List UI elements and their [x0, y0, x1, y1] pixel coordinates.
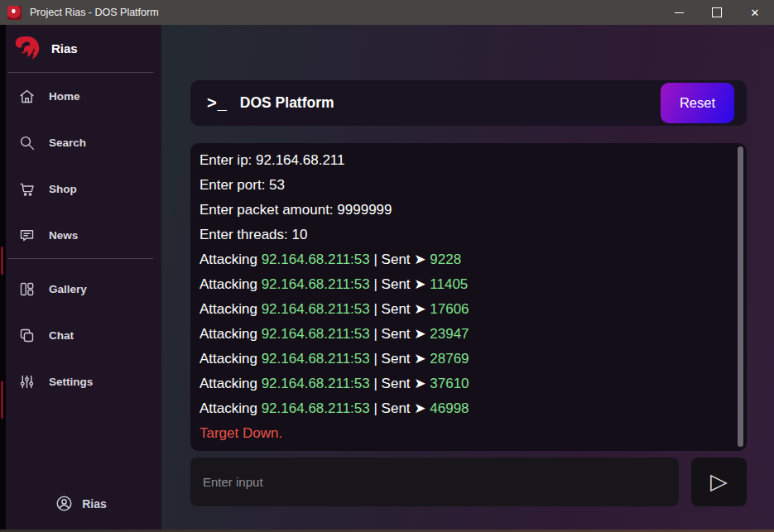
- minimize-icon: [675, 12, 684, 13]
- user-name: Rias: [82, 497, 107, 510]
- brand-row: Rias: [0, 25, 161, 72]
- window-body: Rias HomeSearchShopNews GalleryChatSetti…: [0, 25, 774, 532]
- sidebar-item-label: Settings: [49, 376, 93, 388]
- app-icon: [7, 6, 22, 20]
- console-prompt-line: Enter ip: 92.164.68.211: [200, 148, 727, 173]
- app-window: Project Rias - DOS Platform ✕ Rias HomeS…: [0, 0, 774, 532]
- sidebar-divider: [8, 258, 153, 259]
- console-attack-line: Attacking 92.164.68.211:53 | Sent ➤ 9228: [200, 247, 727, 272]
- news-icon: [18, 227, 36, 244]
- rias-logo-icon: [12, 34, 42, 64]
- sidebar-item-label: Shop: [49, 183, 77, 195]
- maximize-icon: [712, 7, 722, 17]
- console-prompt-line: Enter threads: 10: [200, 223, 727, 247]
- console-attack-line: Attacking 92.164.68.211:53 | Sent ➤ 1140…: [200, 272, 727, 297]
- console-prompt-line: Enter port: 53: [200, 173, 727, 198]
- sidebar-item-news[interactable]: News: [0, 212, 161, 258]
- cart-icon: [18, 180, 36, 198]
- send-icon: ▷: [710, 468, 728, 495]
- titlebar: Project Rias - DOS Platform ✕: [0, 0, 774, 25]
- sidebar-item-settings[interactable]: Settings: [0, 358, 161, 405]
- command-input[interactable]: [190, 458, 679, 506]
- console-attack-line: Attacking 92.164.68.211:53 | Sent ➤ 3761…: [200, 371, 727, 396]
- console-attack-line: Attacking 92.164.68.211:53 | Sent ➤ 1760…: [200, 297, 727, 322]
- decorative-mark: [1, 381, 3, 419]
- minimize-button[interactable]: [660, 0, 698, 25]
- sidebar-item-label: Chat: [49, 329, 74, 342]
- main-panel: >_ DOS Platform Reset Enter ip: 92.164.6…: [161, 25, 774, 532]
- console-attack-line: Attacking 92.164.68.211:53 | Sent ➤ 2394…: [200, 322, 727, 347]
- sidebar-item-chat[interactable]: Chat: [0, 312, 161, 358]
- input-row: ▷: [190, 458, 747, 506]
- sidebar-item-label: Gallery: [49, 283, 87, 295]
- sidebar-item-label: Search: [49, 137, 86, 149]
- chat-icon: [18, 327, 36, 344]
- console-status-line: Target Down.: [200, 421, 727, 446]
- sidebar-user[interactable]: Rias: [0, 494, 161, 532]
- window-controls: ✕: [660, 0, 774, 25]
- sidebar-item-label: News: [49, 229, 78, 242]
- console-scrollbar[interactable]: [738, 146, 743, 447]
- close-button[interactable]: ✕: [736, 0, 774, 25]
- sidebar-item-shop[interactable]: Shop: [0, 165, 161, 212]
- send-button[interactable]: ▷: [691, 458, 747, 506]
- console-prompt-line: Enter packet amount: 9999999: [200, 198, 727, 223]
- sidebar: Rias HomeSearchShopNews GalleryChatSetti…: [0, 25, 161, 532]
- window-title: Project Rias - DOS Platform: [30, 7, 159, 18]
- settings-icon: [18, 373, 36, 391]
- console-attack-line: Attacking 92.164.68.211:53 | Sent ➤ 2876…: [200, 347, 727, 371]
- home-icon: [18, 88, 36, 105]
- user-icon: [55, 494, 74, 513]
- close-icon: ✕: [751, 7, 760, 18]
- console-panel: Enter ip: 92.164.68.211Enter port: 53Ent…: [190, 143, 747, 451]
- decorative-mark: [1, 247, 3, 275]
- sidebar-item-home[interactable]: Home: [0, 73, 161, 119]
- brand-label: Rias: [51, 41, 78, 55]
- terminal-icon: >_: [207, 93, 228, 113]
- reset-button[interactable]: Reset: [661, 83, 734, 123]
- console-attack-line: Attacking 92.164.68.211:53 | Sent ➤ 4699…: [200, 396, 727, 421]
- sidebar-item-search[interactable]: Search: [0, 119, 161, 165]
- sidebar-nav-secondary: GalleryChatSettings: [0, 266, 161, 405]
- sidebar-item-gallery[interactable]: Gallery: [0, 266, 161, 312]
- panel-header: >_ DOS Platform Reset: [190, 80, 747, 126]
- sidebar-item-label: Home: [49, 90, 80, 103]
- gallery-icon: [18, 280, 36, 298]
- left-edge-strip: [0, 25, 6, 532]
- sidebar-nav-primary: HomeSearchShopNews: [0, 73, 161, 258]
- panel-title: DOS Platform: [240, 94, 334, 112]
- maximize-button[interactable]: [698, 0, 736, 25]
- search-icon: [18, 134, 36, 151]
- console-output: Enter ip: 92.164.68.211Enter port: 53Ent…: [200, 148, 727, 446]
